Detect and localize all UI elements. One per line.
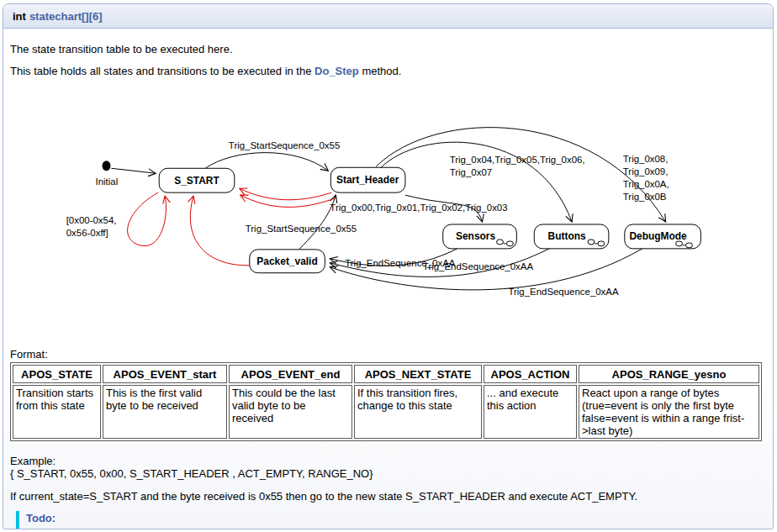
example-label: Example:: [10, 455, 769, 467]
edge-label: Trig_EndSequence_0xAA: [508, 287, 619, 297]
member-type: int: [13, 10, 26, 23]
edge-label: Trig_EndSequence_0xAA: [423, 261, 534, 271]
edge-initial-to-s-start: [111, 168, 156, 173]
edge-label: Trig_0x04,Trig_0x05,Trig_0x06,: [450, 155, 585, 165]
table-body-cell: ... and execute this action: [484, 385, 577, 439]
table-header-cell: APOS_ACTION: [484, 365, 577, 383]
table-header-row: APOS_STATE APOS_EVENT_start APOS_EVENT_e…: [13, 365, 759, 383]
table-body-cell: If this transition fires, change to this…: [354, 385, 482, 439]
todo-text: Update the diagram: [58, 527, 769, 529]
edge-s-start-self-loop: [128, 192, 166, 245]
edge-label: Trig_StartSequence_0x55: [246, 224, 357, 234]
state-start-header-label: Start_Header: [336, 174, 399, 186]
member-documentation-panel: int statechart[][6] The state transition…: [3, 3, 774, 529]
table-header-cell: APOS_STATE: [13, 365, 101, 383]
table-header-cell: APOS_RANGE_yesno: [579, 365, 759, 383]
table-body-cell: React upon a range of bytes (true=event …: [579, 385, 759, 439]
table-header-cell: APOS_EVENT_end: [229, 365, 352, 383]
table-header-cell: APOS_NEXT_STATE: [354, 365, 482, 383]
table-body-cell: Transition starts from this state: [13, 385, 101, 439]
edge-label: 0x56-0xff]: [66, 228, 108, 238]
state-debugmode-label: DebugMode: [629, 230, 687, 242]
edge-label: Trig_0x0A,: [623, 179, 669, 189]
edge-label: Trig_0x07: [450, 167, 492, 177]
initial-state-dot: [103, 161, 111, 171]
table-body-cell: This is the first valid byte to be recei…: [103, 385, 227, 439]
brief-description: The state transition table to be execute…: [8, 43, 769, 56]
initial-state-label: Initial: [96, 176, 119, 187]
table-header-cell: APOS_EVENT_start: [103, 365, 227, 383]
edge-label: Trig_StartSequence_0x55: [229, 140, 340, 150]
statechart-diagram: Initial S_START Start_Header Sensors But…: [8, 109, 774, 333]
detail-text-before: This table holds all states and transiti…: [10, 65, 314, 77]
edge-start-header-to-s-start-1: [240, 188, 332, 200]
edge-packet-valid-to-s-start: [190, 196, 249, 266]
edge-label: [0x00-0x54,: [66, 215, 117, 225]
member-doc-body: The state transition table to be execute…: [3, 43, 773, 529]
format-table: APOS_STATE APOS_EVENT_start APOS_EVENT_e…: [10, 362, 762, 441]
member-prototype-bar: int statechart[][6]: [3, 4, 773, 29]
edge-label: Trig_0x09,: [623, 166, 669, 176]
format-label: Format:: [10, 348, 769, 361]
todo-block: Todo: Update the diagram: [16, 511, 769, 529]
edge-label: Trig_0x0B: [623, 192, 667, 202]
detail-text-after: method.: [359, 65, 402, 77]
state-buttons-label: Buttons: [548, 230, 586, 242]
detailed-description: This table holds all states and transiti…: [8, 65, 769, 78]
do-step-link[interactable]: Do_Step: [314, 65, 359, 77]
state-packet-valid-label: Packet_valid: [256, 255, 317, 267]
table-body-cell: This could be the last valid byte to be …: [229, 385, 352, 439]
member-name: statechart[][6]: [29, 10, 103, 23]
table-body-row: Transition starts from this state This i…: [13, 385, 759, 439]
example-explanation: If current_state=S_START and the byte re…: [10, 490, 769, 503]
state-sensors-label: Sensors: [456, 230, 495, 242]
example-code: { S_START, 0x55, 0x00, S_START_HEADER , …: [10, 467, 769, 480]
todo-label: Todo:: [26, 512, 769, 524]
state-s-start-label: S_START: [174, 175, 219, 187]
edge-label: Trig_0x08,: [623, 154, 669, 164]
edge-start-header-to-s-start-2: [240, 195, 337, 207]
edge-label: Trig_0x00,Trig_0x01,Trig_0x02,Trig_0x03: [330, 203, 507, 213]
